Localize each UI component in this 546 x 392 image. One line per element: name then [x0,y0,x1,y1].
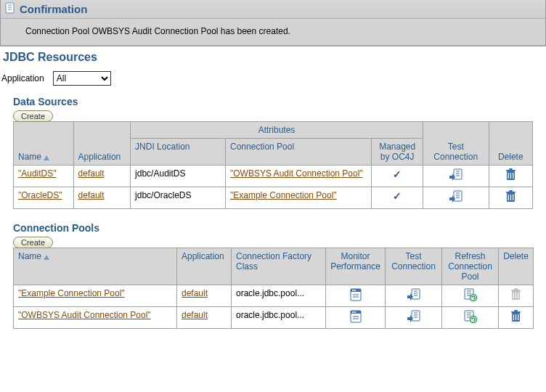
monitor-icon[interactable] [349,288,362,303]
svg-rect-26 [352,290,354,291]
svg-point-38 [470,295,476,301]
svg-rect-9 [508,173,508,179]
table-row: "AuditDS"defaultjdbc/AuditDS"OWBSYS Audi… [14,166,533,187]
svg-rect-4 [454,169,462,179]
col-conn-pool[interactable]: Connection Pool [230,142,294,152]
svg-rect-61 [513,314,514,320]
svg-rect-30 [412,289,420,299]
svg-rect-22 [506,192,516,193]
check-icon: ✓ [393,190,402,202]
create-pool-button[interactable]: Create [13,237,53,248]
svg-rect-19 [508,195,508,200]
delete-icon [510,288,521,303]
jndi-cell: jdbc/OracleDS [131,187,226,209]
check-icon: ✓ [393,168,402,180]
connection-pools-title: Connection Pools [0,215,546,237]
svg-rect-13 [509,168,513,170]
svg-rect-62 [516,314,516,320]
svg-rect-14 [454,191,462,201]
monitor-icon[interactable] [349,310,362,325]
col-delete: Delete [498,152,523,162]
application-select[interactable]: All [53,71,111,86]
svg-rect-51 [412,311,420,321]
cp-col-test: Test Connection [391,251,436,271]
svg-rect-64 [511,311,521,313]
test-connection-icon[interactable] [449,168,463,184]
svg-rect-63 [518,314,518,320]
application-link[interactable]: default [182,288,208,298]
test-connection-icon[interactable] [449,190,463,205]
svg-rect-44 [514,288,518,290]
data-sources-table: Name Application Attributes Test Connect… [13,121,533,209]
table-row: "OracleDS"defaultjdbc/OracleDS"Example C… [14,187,533,209]
svg-rect-0 [6,3,14,13]
svg-rect-23 [509,190,513,192]
connection-pool-link[interactable]: "OWBSYS Audit Connection Pool" [230,168,363,179]
application-link[interactable]: default [78,168,105,179]
col-test: Test Connection [433,142,478,162]
test-connection-icon[interactable] [407,310,421,325]
refresh-icon[interactable] [463,310,478,325]
datasource-name-link[interactable]: "AuditDS" [18,168,57,179]
cp-col-name[interactable]: Name [18,251,49,261]
confirmation-box: Confirmation Connection Pool OWBSYS Audi… [0,0,546,46]
delete-icon[interactable] [510,310,521,324]
svg-rect-47 [352,311,354,313]
svg-rect-12 [506,170,516,171]
col-jndi[interactable]: JNDI Location [135,142,190,152]
col-group-attributes: Attributes [131,122,423,139]
application-filter-row: Application All [0,65,546,89]
create-datasource-button[interactable]: Create [13,110,53,122]
pool-name-link[interactable]: "Example Connection Pool" [18,288,125,298]
svg-point-59 [470,317,476,323]
confirmation-header: Confirmation [1,0,545,19]
connection-pools-table: Name Application Connection Factory Clas… [13,248,534,329]
table-row: "Example Connection Pool"defaultoracle.j… [14,285,534,307]
svg-rect-43 [511,290,521,291]
svg-rect-11 [513,173,513,179]
cp-col-application[interactable]: Application [182,251,224,261]
cp-col-refresh: Refresh Connection Pool [448,251,492,282]
factory-cell: oracle.jdbc.pool... [232,307,326,329]
svg-rect-65 [514,310,518,311]
confirmation-title: Confirmation [20,3,87,15]
test-connection-icon[interactable] [407,288,421,303]
connection-pool-link[interactable]: "Example Connection Pool" [230,190,337,200]
svg-rect-40 [513,293,514,298]
svg-rect-20 [510,195,511,200]
svg-rect-10 [510,173,511,179]
col-name[interactable]: Name [18,152,49,162]
col-managed: Managed by OC4J [379,142,415,162]
svg-rect-48 [354,311,356,313]
table-row: "OWBSYS Audit Connection Pool"defaultora… [14,307,534,329]
application-label: Application [1,73,44,83]
svg-rect-21 [513,195,513,200]
jndi-cell: jdbc/AuditDS [131,166,226,187]
cp-col-monitor: Monitor Performance [330,251,380,271]
info-icon [5,2,15,16]
delete-icon[interactable] [505,190,516,205]
page-title: JDBC Resources [0,46,546,65]
application-link[interactable]: default [78,190,105,200]
cp-col-delete: Delete [503,251,529,261]
svg-rect-27 [354,290,356,291]
col-application[interactable]: Application [78,152,121,162]
factory-cell: oracle.jdbc.pool... [232,285,326,307]
data-sources-title: Data Sources [0,89,546,110]
confirmation-message: Connection Pool OWBSYS Audit Connection … [1,19,545,46]
application-link[interactable]: default [182,310,208,320]
cp-col-factory[interactable]: Connection Factory Class [236,251,311,271]
sort-asc-icon [44,155,49,160]
sort-asc-icon [44,255,49,260]
refresh-icon[interactable] [463,288,478,303]
delete-icon[interactable] [505,168,516,183]
svg-rect-42 [518,293,518,298]
datasource-name-link[interactable]: "OracleDS" [18,190,62,200]
svg-rect-41 [516,293,516,298]
pool-name-link[interactable]: "OWBSYS Audit Connection Pool" [18,310,151,320]
